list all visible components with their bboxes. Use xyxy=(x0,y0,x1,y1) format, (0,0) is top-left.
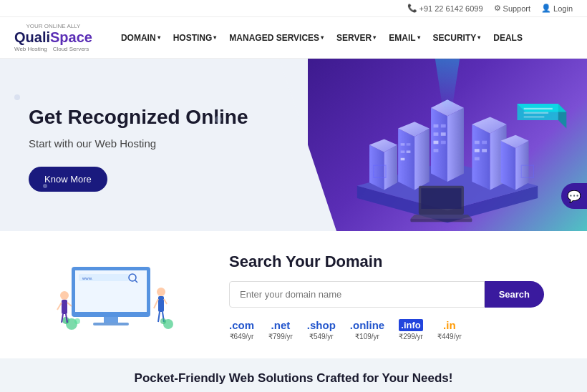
tld-online-name: .online xyxy=(350,319,384,331)
svg-rect-38 xyxy=(524,108,553,109)
tld-com[interactable]: .com ₹649/yr xyxy=(229,319,254,340)
svg-rect-44 xyxy=(410,219,472,222)
svg-rect-27 xyxy=(482,149,487,152)
tld-info-name: .info xyxy=(399,319,422,331)
svg-rect-18 xyxy=(407,143,411,145)
svg-rect-10 xyxy=(441,132,446,136)
svg-rect-17 xyxy=(401,158,405,160)
know-more-button[interactable]: Know More xyxy=(29,167,107,192)
nav-deals[interactable]: DEALS xyxy=(493,33,523,43)
support-item[interactable]: ⚙ Support xyxy=(494,4,531,13)
tld-in-name: .in xyxy=(443,319,456,331)
nav-links: DOMAIN▾ HOSTING▾ MANAGED SERVICES▾ SERVE… xyxy=(121,33,523,43)
svg-text:www.: www. xyxy=(82,276,93,280)
tld-com-price: ₹649/yr xyxy=(230,333,254,340)
svg-line-61 xyxy=(67,303,72,306)
domain-title: Search Your Domain xyxy=(229,253,544,271)
tld-com-name: .com xyxy=(229,319,254,331)
nav-security[interactable]: SECURITY▾ xyxy=(433,33,481,43)
svg-rect-54 xyxy=(93,323,129,325)
hero-svg xyxy=(308,59,587,231)
tld-info-price: ₹299/yr xyxy=(399,333,423,340)
tld-shop-price: ₹549/yr xyxy=(309,333,334,340)
tld-in-price: ₹449/yr xyxy=(437,333,462,340)
login-label: Login xyxy=(553,4,573,13)
tld-info[interactable]: .info ₹299/yr xyxy=(399,319,423,340)
tld-shop[interactable]: .shop ₹549/yr xyxy=(307,319,336,340)
support-label: Support xyxy=(503,4,531,13)
tld-net[interactable]: .net ₹799/yr xyxy=(268,319,293,340)
hero-content: Get Recognized Online Start with our Web… xyxy=(0,59,308,231)
svg-rect-53 xyxy=(104,317,118,323)
svg-rect-7 xyxy=(434,141,439,144)
hero-illustration xyxy=(308,59,587,231)
svg-marker-43 xyxy=(410,215,472,219)
user-icon: 👤 xyxy=(541,4,551,13)
logo-tagline: YOUR ONLINE ALLY xyxy=(14,23,92,29)
tld-net-name: .net xyxy=(271,319,291,331)
svg-rect-11 xyxy=(441,141,446,144)
svg-marker-31 xyxy=(501,141,516,190)
decorative-dot-3 xyxy=(215,116,222,123)
svg-marker-2 xyxy=(431,108,447,182)
domain-section: www. xyxy=(0,231,587,358)
tld-online-price: ₹109/yr xyxy=(355,333,379,340)
svg-rect-25 xyxy=(475,157,480,161)
nav-hosting[interactable]: HOSTING▾ xyxy=(173,33,217,43)
svg-marker-3 xyxy=(447,108,464,182)
svg-rect-16 xyxy=(401,150,405,152)
phone-item: 📞 +91 22 6142 6099 xyxy=(407,4,483,13)
svg-rect-19 xyxy=(407,150,411,152)
logo[interactable]: YOUR ONLINE ALLY QualiSpace Web Hosting … xyxy=(14,23,92,52)
tld-list: .com ₹649/yr .net ₹799/yr .shop ₹549/yr … xyxy=(229,319,544,340)
svg-rect-42 xyxy=(421,188,461,209)
nav-email[interactable]: EMAIL▾ xyxy=(389,33,419,43)
nav-server[interactable]: SERVER▾ xyxy=(336,33,376,43)
search-bar: Search xyxy=(229,281,544,308)
svg-rect-23 xyxy=(475,141,480,144)
svg-rect-26 xyxy=(482,141,487,144)
login-item[interactable]: 👤 Login xyxy=(541,4,573,13)
svg-rect-8 xyxy=(434,149,439,152)
svg-marker-28 xyxy=(369,144,384,190)
decorative-dot-2 xyxy=(43,184,47,188)
svg-marker-13 xyxy=(414,128,430,190)
support-icon: ⚙ xyxy=(494,4,501,13)
svg-line-68 xyxy=(158,312,160,322)
svg-marker-12 xyxy=(398,128,414,190)
chat-bubble[interactable]: 💬 xyxy=(561,183,587,209)
solutions-section: Pocket-Friendly Web Solutions Crafted fo… xyxy=(0,358,587,392)
tld-net-price: ₹799/yr xyxy=(268,333,293,340)
tld-in[interactable]: .in ₹449/yr xyxy=(437,319,462,340)
svg-rect-6 xyxy=(434,132,439,136)
svg-line-67 xyxy=(164,299,167,304)
domain-right: Search Your Domain Search .com ₹649/yr .… xyxy=(229,253,544,340)
svg-point-64 xyxy=(157,288,165,296)
phone-icon: 📞 xyxy=(407,4,417,13)
svg-line-66 xyxy=(154,299,158,308)
svg-rect-9 xyxy=(441,124,446,128)
topbar: 📞 +91 22 6142 6099 ⚙ Support 👤 Login xyxy=(0,0,587,17)
tld-online[interactable]: .online ₹109/yr xyxy=(350,319,384,340)
svg-rect-40 xyxy=(524,116,545,117)
svg-rect-15 xyxy=(401,143,405,145)
svg-point-58 xyxy=(60,291,69,300)
svg-rect-5 xyxy=(434,124,439,128)
domain-search-input[interactable] xyxy=(229,281,485,308)
svg-rect-39 xyxy=(524,112,548,114)
nav-managed[interactable]: MANAGED SERVICES▾ xyxy=(229,33,324,43)
domain-illustration: www. xyxy=(43,253,186,338)
hero-title: Get Recognized Online xyxy=(29,105,279,129)
tld-shop-name: .shop xyxy=(307,319,336,331)
svg-rect-65 xyxy=(158,296,164,312)
domain-search-button[interactable]: Search xyxy=(485,281,544,308)
nav-domain[interactable]: DOMAIN▾ xyxy=(121,33,160,43)
phone-number: +91 22 6142 6099 xyxy=(419,4,483,13)
svg-line-60 xyxy=(57,303,62,310)
logo-main: QualiSpace xyxy=(14,29,92,46)
chat-icon: 💬 xyxy=(567,190,581,203)
svg-point-71 xyxy=(160,318,166,324)
hero-section: Get Recognized Online Start with our Web… xyxy=(0,59,587,231)
svg-point-57 xyxy=(74,318,80,324)
solutions-title: Pocket-Friendly Web Solutions Crafted fo… xyxy=(14,371,573,386)
